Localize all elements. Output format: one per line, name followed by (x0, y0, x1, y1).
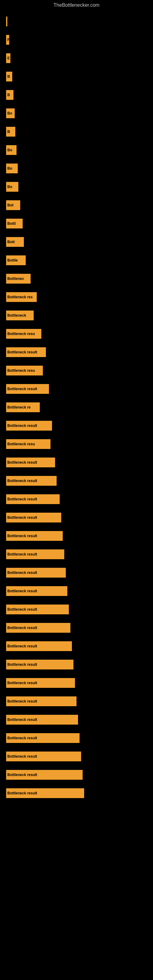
bar-label: Bo (7, 166, 12, 170)
bar-row: Bottleneck result (6, 527, 147, 545)
bar-label: Bottleneck resu (7, 442, 35, 446)
bar-row: Bottleneck result (6, 692, 147, 711)
bar-row: Bottleneck result (6, 619, 147, 637)
bar-row: Bottleneck result (6, 600, 147, 619)
bar-row: Bottleneck result (6, 343, 147, 361)
bar: Bottleneck result (6, 715, 78, 725)
bar: Bott (6, 237, 24, 247)
bar-label: Bottleneck result (7, 479, 37, 483)
bar-row (6, 12, 147, 30)
bar-label: Bottleneck result (7, 423, 37, 428)
bar-label: E (7, 56, 10, 60)
bar-label: Bott (7, 240, 15, 244)
bar-row: Bottle (6, 251, 147, 269)
bar-label: Bo (7, 185, 12, 189)
bar-label: Bottleneck res (7, 295, 33, 299)
bar: Bottleneck result (6, 641, 72, 651)
bar-label: Bo (7, 111, 12, 115)
bar-label: Bottleneck (7, 313, 26, 318)
bar: B (6, 127, 15, 137)
bar-row: B (6, 86, 147, 104)
bar-row: Bottleneck res (6, 288, 147, 306)
bar-row: B (6, 123, 147, 141)
bar-label: Bottleneck resu (7, 332, 35, 336)
bar: Bottleneck result (6, 678, 75, 688)
bar: Bottleneck result (6, 751, 81, 761)
bar: Bottlenec (6, 274, 30, 283)
bar: Bottleneck result (6, 770, 83, 780)
bar-label: F (7, 38, 9, 42)
bar-label: Bottleneck result (7, 773, 37, 777)
bar: Bottl (6, 219, 22, 229)
bar-row: Bottleneck result (6, 766, 147, 784)
bar-row: Bottleneck result (6, 582, 147, 600)
bar: Bottleneck (6, 310, 33, 320)
bar-row: Bott (6, 233, 147, 251)
bar-row: B (6, 67, 147, 86)
bar: Bottleneck result (6, 476, 57, 486)
bar: Bottleneck result (6, 568, 66, 578)
bar: Bottleneck re (6, 402, 40, 412)
page-title: TheBottlenecker.com (0, 0, 153, 9)
bar-label: Bottleneck result (7, 681, 37, 685)
bar: Bottleneck result (6, 421, 52, 431)
bar: F (6, 35, 9, 45)
bar: Bo (6, 164, 18, 173)
bar-label: Bottleneck result (7, 699, 37, 703)
bar-label: Bottleneck result (7, 644, 37, 648)
bar-row: Bo (6, 104, 147, 123)
bar-row: Bot (6, 196, 147, 215)
bar: Bottle (6, 255, 26, 265)
bar: Bottleneck result (6, 458, 55, 467)
bar-row: Bottleneck result (6, 417, 147, 435)
bar-row: Bottleneck re (6, 398, 147, 417)
bar-row: Bottlenec (6, 269, 147, 288)
bar-label: Bottleneck result (7, 626, 37, 630)
bar: Bottleneck result (6, 549, 64, 559)
bar-row: Bottleneck result (6, 674, 147, 692)
bar-label: Bottleneck result (7, 571, 37, 575)
bar-label: Bottlenec (7, 277, 24, 281)
bar-label: B (7, 93, 10, 97)
bar-row: E (6, 49, 147, 67)
bar: Bottleneck result (6, 623, 70, 633)
bar (6, 16, 7, 26)
bar: B (6, 72, 12, 81)
bar-row: Bottleneck result (6, 508, 147, 527)
bar-label: Bottleneck result (7, 791, 37, 795)
bar: Bottleneck resu (6, 366, 43, 375)
bar-label: B (7, 130, 10, 134)
bar-row: Bottleneck result (6, 380, 147, 398)
bar-row: Bottleneck result (6, 784, 147, 802)
bar: Bottleneck result (6, 513, 61, 522)
bar: E (6, 53, 10, 63)
bar-label: B (7, 75, 10, 79)
bars-container: FEBBBoBBoBoBoBotBottlBottBottleBottlenec… (0, 9, 153, 805)
bar: Bottleneck result (6, 384, 49, 394)
bar-label: Bo (7, 148, 12, 152)
bar: Bo (6, 145, 16, 155)
bar-row: Bottl (6, 215, 147, 233)
bar: Bottleneck result (6, 586, 67, 596)
bar: Bottleneck result (6, 660, 73, 670)
bar-row: Bottleneck result (6, 729, 147, 747)
bar-label: Bottleneck re (7, 405, 30, 409)
bar-label: Bottleneck resu (7, 368, 35, 373)
bar: Bot (6, 200, 20, 210)
bar: Bo (6, 108, 15, 118)
bar-row: Bottleneck result (6, 655, 147, 674)
bar-label: Bottleneck result (7, 736, 37, 740)
bar-label: Bot (7, 203, 13, 207)
bar-row: Bottleneck resu (6, 435, 147, 453)
bar: Bottleneck resu (6, 439, 51, 449)
bar-label: Bottle (7, 258, 18, 262)
bar: Bottleneck resu (6, 329, 41, 339)
bar-row: Bottleneck result (6, 747, 147, 766)
bar-label: Bottl (7, 221, 16, 226)
bar-row: Bo (6, 159, 147, 178)
bar: Bottleneck result (6, 605, 69, 614)
bar-label: Bottleneck result (7, 589, 37, 593)
bar-label: Bottleneck result (7, 718, 37, 722)
bar: Bo (6, 182, 18, 192)
bar-row: Bo (6, 178, 147, 196)
